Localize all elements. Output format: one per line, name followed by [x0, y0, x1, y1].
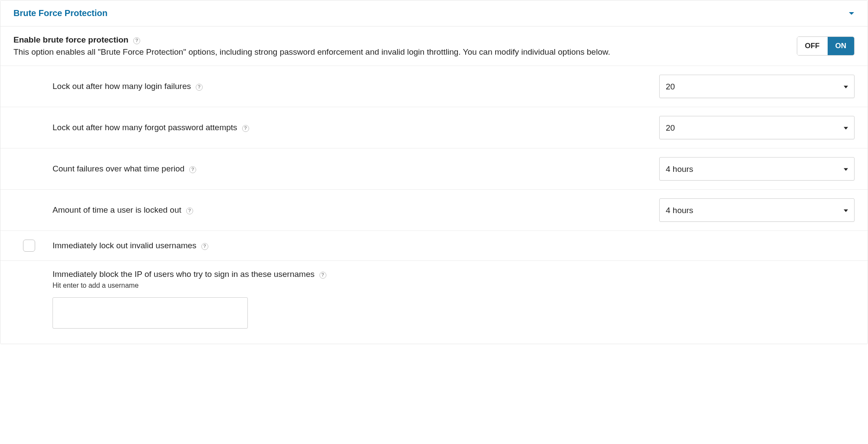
enable-description: This option enables all "Brute Force Pro…	[13, 47, 784, 57]
enable-toggle: OFF ON	[797, 36, 855, 56]
count-period-row: Count failures over what time period ? 4…	[0, 148, 868, 190]
help-icon[interactable]: ?	[196, 84, 203, 91]
lockout-time-select[interactable]: 4 hours	[659, 198, 855, 222]
block-ip-row: Immediately block the IP of users who tr…	[0, 261, 868, 344]
lock-invalid-usernames-row: Immediately lock out invalid usernames ?	[0, 231, 868, 261]
help-icon[interactable]: ?	[201, 243, 208, 250]
enable-row: Enable brute force protection ? This opt…	[0, 26, 868, 66]
lock-invalid-usernames-label: Immediately lock out invalid usernames	[53, 241, 197, 250]
help-icon[interactable]: ?	[186, 207, 193, 214]
count-period-select[interactable]: 4 hours	[659, 157, 855, 181]
login-failures-label: Lock out after how many login failures	[53, 82, 191, 91]
lockout-time-row: Amount of time a user is locked out ? 4 …	[0, 190, 868, 231]
block-ip-hint: Hit enter to add a username	[53, 282, 855, 289]
help-icon[interactable]: ?	[242, 125, 249, 132]
login-failures-row: Lock out after how many login failures ?…	[0, 66, 868, 107]
forgot-attempts-select[interactable]: 20	[659, 116, 855, 139]
lock-invalid-usernames-checkbox[interactable]	[23, 240, 35, 252]
help-icon[interactable]: ?	[189, 166, 196, 173]
forgot-attempts-label: Lock out after how many forgot password …	[53, 123, 237, 132]
block-ip-usernames-input[interactable]	[53, 297, 248, 329]
section-title: Brute Force Protection	[13, 8, 108, 18]
block-ip-label: Immediately block the IP of users who tr…	[53, 270, 315, 279]
brute-force-panel: Brute Force Protection Enable brute forc…	[0, 0, 868, 344]
help-icon[interactable]: ?	[133, 37, 140, 44]
login-failures-select[interactable]: 20	[659, 75, 855, 98]
forgot-attempts-row: Lock out after how many forgot password …	[0, 107, 868, 148]
count-period-label: Count failures over what time period	[53, 164, 184, 173]
enable-label: Enable brute force protection	[13, 35, 128, 44]
toggle-off-button[interactable]: OFF	[797, 37, 828, 55]
section-header[interactable]: Brute Force Protection	[0, 0, 868, 26]
lockout-time-label: Amount of time a user is locked out	[53, 205, 181, 214]
help-icon[interactable]: ?	[319, 272, 326, 279]
chevron-down-icon	[848, 11, 855, 16]
toggle-on-button[interactable]: ON	[828, 37, 855, 55]
